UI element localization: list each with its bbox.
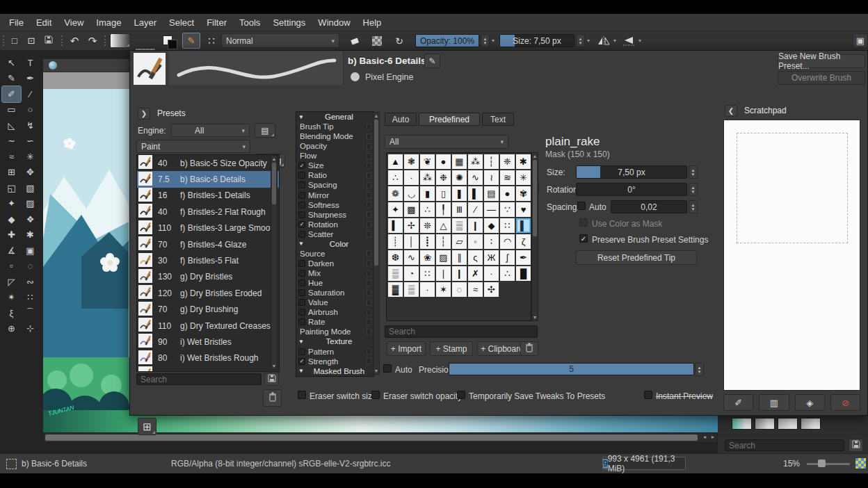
brush-tip-cell[interactable]: ∷ [420, 266, 435, 281]
brush-tip-cell[interactable]: ▲ [388, 154, 403, 169]
toolbar-grip[interactable] [3, 35, 6, 46]
brush-tip-cell[interactable]: ∷ [500, 218, 515, 233]
brush-tip-cell[interactable]: ζ [516, 234, 531, 249]
precision-slider[interactable]: 5 [449, 363, 694, 375]
temporarily-save-tweaks-to-presets-checkbox[interactable] [457, 391, 465, 399]
preset-row[interactable]: 7.5b) Basic-6 Details [137, 171, 279, 187]
tip-size-spinner[interactable]: ▲▼ [689, 165, 698, 179]
size-options-arrow[interactable]: ▾ [587, 38, 590, 44]
brush-tip-cell[interactable]: ◠ [500, 234, 515, 249]
line-tool[interactable]: ∕ [21, 86, 40, 102]
rename-preset-button[interactable]: ✎ [424, 54, 440, 68]
multibrush-tool[interactable]: ✳ [21, 149, 40, 165]
lock-icon[interactable] [367, 270, 371, 277]
brush-tip-cell[interactable]: ≋ [500, 170, 515, 185]
brush-tip-cell[interactable]: ♥ [516, 202, 531, 217]
lock-icon[interactable] [367, 300, 371, 306]
brush-tip-cell[interactable]: ◡ [404, 186, 419, 201]
overwrite-brush-button[interactable]: Overwrite Brush [778, 71, 865, 85]
brush-tip-cell[interactable]: ╿ [436, 202, 451, 217]
option-mix[interactable]: Mix [296, 268, 373, 278]
precision-spinner[interactable]: ▲▼ [695, 363, 704, 376]
brush-tip-cell[interactable]: ▮ [420, 186, 435, 201]
add-preset-button[interactable]: ⊞ [138, 418, 156, 435]
preset-list-scrollbar[interactable]: ▲ ▼ [271, 155, 278, 370]
workspace-chooser-button[interactable]: ▣ [853, 33, 868, 48]
tip-tag-filter-dropdown[interactable]: All▾ [385, 135, 508, 149]
scratchpad-reset-button[interactable]: ⊘ [830, 394, 860, 411]
mirror-vertical-arrow[interactable]: ▾ [638, 38, 641, 44]
engine-radio[interactable] [351, 72, 360, 81]
scroll-down-icon[interactable]: ▼ [532, 315, 538, 320]
option-checkbox[interactable] [298, 172, 305, 179]
dynamic-brush-tool[interactable]: ≈ [2, 149, 21, 165]
scroll-up-icon[interactable]: ▲ [271, 156, 277, 161]
preset-strip-thumbnail[interactable] [801, 418, 821, 430]
zoom-slider-thumb[interactable] [818, 459, 826, 467]
preset-row[interactable]: 80i) Wet Bristles Rough [137, 350, 279, 366]
opacity-spinner[interactable]: ▲▼ [481, 34, 490, 47]
polygon-tool[interactable]: ◺ [2, 117, 21, 133]
brush-tip-cell[interactable]: ∥ [452, 250, 467, 265]
preset-tag-filter-dropdown[interactable]: Paint▾ [136, 140, 250, 153]
ellipse-tool[interactable]: ○ [21, 102, 40, 118]
brush-tip-cell[interactable]: ▒ [452, 218, 467, 233]
option-checkbox[interactable] [298, 270, 305, 277]
brush-tip-cell[interactable]: ▌ [468, 186, 483, 201]
preset-row[interactable]: 110g) Dry Textured Creases [137, 318, 279, 334]
brush-tip-cell[interactable]: Ⅲ [452, 202, 467, 217]
lock-icon[interactable] [367, 133, 371, 140]
preset-row[interactable]: 70g) Dry Brushing [137, 302, 279, 318]
lock-icon[interactable] [367, 348, 371, 355]
lock-icon[interactable] [367, 153, 371, 159]
lock-icon[interactable] [367, 280, 371, 286]
option-scatter[interactable]: Scatter [296, 229, 373, 239]
reload-preset-button[interactable]: ↻ [390, 33, 408, 48]
brush-tip-cell[interactable]: ❦ [420, 154, 435, 169]
brush-tip-cell[interactable]: █ [516, 266, 531, 281]
scroll-down-icon[interactable]: ▼ [271, 364, 277, 368]
option-painting-mode[interactable]: Painting Mode [296, 327, 373, 336]
brush-tip-cell[interactable]: ◔ [404, 266, 419, 281]
brush-tip-cell[interactable]: ✣ [484, 282, 499, 297]
brush-tip-cell[interactable]: ❃ [404, 154, 419, 169]
preset-search-input[interactable] [136, 373, 262, 385]
lock-icon[interactable] [367, 319, 371, 325]
option-checkbox[interactable] [298, 181, 305, 188]
hscrollbar-thumb[interactable] [45, 434, 698, 441]
brush-tip-cell[interactable]: ∙ [484, 266, 499, 281]
option-checkbox[interactable] [298, 289, 305, 296]
brush-tip-cell[interactable]: ┆ [436, 234, 451, 249]
scroll-down-icon[interactable]: ▼ [373, 368, 379, 373]
gradient-tool[interactable]: ▧ [21, 180, 40, 196]
lock-icon[interactable] [367, 143, 371, 149]
brush-tip-cell[interactable]: ✢ [404, 218, 419, 233]
scroll-up-icon[interactable]: ▲ [373, 113, 379, 118]
magnetic-select-tool[interactable]: ξ [2, 305, 21, 321]
foreground-background-swatches[interactable] [160, 33, 179, 48]
bezier-select-tool[interactable]: ⌒ [21, 305, 40, 321]
option-checkbox[interactable] [298, 162, 305, 169]
brush-tip-cell[interactable]: ❊ [420, 218, 435, 233]
menu-edit[interactable]: Edit [30, 15, 58, 30]
move-tool[interactable]: ✥ [21, 165, 40, 181]
ellipse-select-tool[interactable]: ◌ [21, 259, 40, 275]
spacing-auto-checkbox[interactable] [577, 202, 586, 210]
brush-tip-cell[interactable]: ◌ [452, 282, 467, 297]
import-tip-button[interactable]: + Import [387, 341, 426, 356]
brush-tip-cell[interactable]: ❚ [452, 186, 467, 201]
tab-auto[interactable]: Auto [385, 113, 417, 126]
text-tool[interactable]: T [21, 55, 40, 71]
edit-shapes-tool[interactable]: ✎ [2, 71, 21, 87]
menu-settings[interactable]: Settings [266, 15, 312, 30]
brush-tip-cell[interactable]: △ [436, 218, 451, 233]
fill-tool[interactable]: ◆ [2, 211, 21, 227]
brush-tip-cell[interactable]: ∕ [468, 202, 483, 217]
option-checkbox[interactable] [298, 348, 305, 355]
reference-images-tool[interactable]: ▣ [21, 243, 40, 259]
reset-predefined-tip-button[interactable]: Reset Predefined Tip [576, 250, 697, 265]
option-saturation[interactable]: Saturation [296, 288, 373, 298]
brush-tip-cell[interactable]: ▍ [388, 218, 403, 233]
option-pattern[interactable]: Pattern [296, 347, 373, 357]
lock-icon[interactable] [367, 260, 371, 266]
